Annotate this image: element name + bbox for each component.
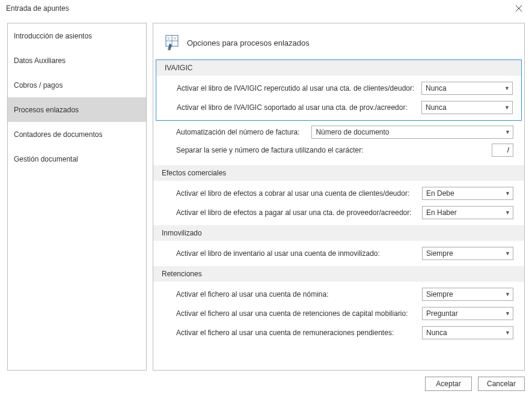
select-value: En Haber bbox=[426, 208, 457, 217]
label-efectos-cobrar: Activar el libro de efectos a cobrar al … bbox=[176, 189, 422, 198]
select-value: En Debe bbox=[426, 189, 454, 198]
window-title: Entrada de apuntes bbox=[6, 4, 69, 13]
select-value: Nunca bbox=[426, 329, 447, 337]
main-area: Introducción de asientos Datos Auxiliare… bbox=[7, 23, 525, 371]
chevron-down-icon: ▼ bbox=[505, 311, 510, 317]
sidebar-item-procesos-enlazados[interactable]: Procesos enlazados bbox=[8, 97, 146, 122]
label-ret-nomina: Activar el fichero al usar una cuenta de… bbox=[176, 290, 422, 299]
chevron-down-icon: ▼ bbox=[505, 250, 510, 256]
close-icon bbox=[516, 5, 522, 11]
section-header-inmovilizado: Inmovilizado bbox=[153, 225, 524, 241]
row-inmov-inventario: Activar el libro de inventario al usar u… bbox=[176, 247, 513, 260]
input-separador-caracter[interactable] bbox=[492, 144, 513, 157]
chevron-down-icon: ▼ bbox=[505, 291, 510, 297]
select-efectos-cobrar[interactable]: En Debe ▼ bbox=[422, 187, 513, 200]
label-ret-remuneraciones: Activar el fichero al usar una cuenta de… bbox=[176, 329, 422, 337]
document-pencil-icon: D H bbox=[164, 34, 181, 51]
row-automatizacion-factura: Automatización del número de factura: Nú… bbox=[153, 124, 524, 142]
select-value: Nunca bbox=[426, 84, 447, 92]
content-panel: D H Opciones para procesos enlazados IVA… bbox=[153, 23, 525, 371]
panel-header: D H Opciones para procesos enlazados bbox=[153, 34, 524, 59]
svg-text:H: H bbox=[174, 37, 176, 40]
select-efectos-pagar[interactable]: En Haber ▼ bbox=[422, 206, 513, 219]
footer-buttons: Aceptar Cancelar bbox=[425, 377, 525, 391]
select-automatizacion-factura[interactable]: Número de documento ▼ bbox=[311, 126, 513, 139]
select-value: Siempre bbox=[426, 290, 453, 299]
row-iva-repercutido: Activar el libro de IVA/IGIC repercutido… bbox=[177, 82, 513, 95]
label-iva-soportado: Activar el libro de IVA/IGIC soportado a… bbox=[177, 103, 421, 112]
row-separador-caracter: Separar la serie y número de factura uti… bbox=[153, 142, 524, 160]
label-inmov-inventario: Activar el libro de inventario al usar u… bbox=[176, 249, 422, 258]
sidebar-item-introduccion[interactable]: Introducción de asientos bbox=[8, 23, 146, 48]
section-header-retenciones: Retenciones bbox=[153, 266, 524, 282]
label-iva-repercutido: Activar el libro de IVA/IGIC repercutido… bbox=[177, 84, 421, 92]
label-automatizacion-factura: Automatización del número de factura: bbox=[176, 128, 305, 136]
cancel-button[interactable]: Cancelar bbox=[478, 377, 525, 391]
row-iva-soportado: Activar el libro de IVA/IGIC soportado a… bbox=[177, 101, 513, 114]
chevron-down-icon: ▼ bbox=[505, 210, 510, 216]
select-value: Siempre bbox=[426, 249, 453, 258]
label-separador-caracter: Separar la serie y número de factura uti… bbox=[176, 146, 486, 154]
select-iva-repercutido[interactable]: Nunca ▼ bbox=[421, 82, 513, 95]
highlight-iva-box: IVA/IGIC Activar el libro de IVA/IGIC re… bbox=[156, 59, 522, 121]
section-header-iva: IVA/IGIC bbox=[156, 60, 521, 76]
close-button[interactable] bbox=[509, 1, 528, 16]
select-value: Preguntar bbox=[426, 309, 458, 318]
row-efectos-cobrar: Activar el libro de efectos a cobrar al … bbox=[176, 187, 513, 200]
label-ret-capital: Activar el fichero al usar una cuenta de… bbox=[176, 309, 422, 318]
select-inmov-inventario[interactable]: Siempre ▼ bbox=[422, 247, 513, 260]
select-value: Nunca bbox=[426, 103, 447, 112]
row-ret-capital: Activar el fichero al usar una cuenta de… bbox=[176, 307, 513, 320]
select-value: Número de documento bbox=[316, 128, 389, 136]
row-efectos-pagar: Activar el libro de efectos a pagar al u… bbox=[176, 206, 513, 219]
select-iva-soportado[interactable]: Nunca ▼ bbox=[421, 101, 513, 114]
chevron-down-icon: ▼ bbox=[505, 330, 510, 336]
select-ret-capital[interactable]: Preguntar ▼ bbox=[422, 307, 513, 320]
svg-text:D: D bbox=[168, 37, 170, 40]
row-ret-nomina: Activar el fichero al usar una cuenta de… bbox=[176, 288, 513, 301]
title-bar: Entrada de apuntes bbox=[0, 0, 532, 17]
chevron-down-icon: ▼ bbox=[505, 129, 510, 135]
chevron-down-icon: ▼ bbox=[504, 105, 510, 111]
chevron-down-icon: ▼ bbox=[504, 85, 510, 91]
sidebar-item-datos-auxiliares[interactable]: Datos Auxiliares bbox=[8, 48, 146, 73]
section-header-efectos: Efectos comerciales bbox=[153, 165, 524, 181]
panel-title: Opciones para procesos enlazados bbox=[187, 38, 310, 47]
sidebar-item-contadores[interactable]: Contadores de documentos bbox=[8, 122, 146, 147]
row-ret-remuneraciones: Activar el fichero al usar una cuenta de… bbox=[176, 326, 513, 339]
sidebar: Introducción de asientos Datos Auxiliare… bbox=[7, 23, 147, 371]
select-ret-nomina[interactable]: Siempre ▼ bbox=[422, 288, 513, 301]
chevron-down-icon: ▼ bbox=[505, 190, 510, 196]
sidebar-item-gestion-documental[interactable]: Gestión documental bbox=[8, 147, 146, 171]
label-efectos-pagar: Activar el libro de efectos a pagar al u… bbox=[176, 208, 422, 217]
select-ret-remuneraciones[interactable]: Nunca ▼ bbox=[422, 326, 513, 339]
accept-button[interactable]: Aceptar bbox=[425, 377, 472, 391]
sidebar-item-cobros-pagos[interactable]: Cobros / pagos bbox=[8, 73, 146, 97]
